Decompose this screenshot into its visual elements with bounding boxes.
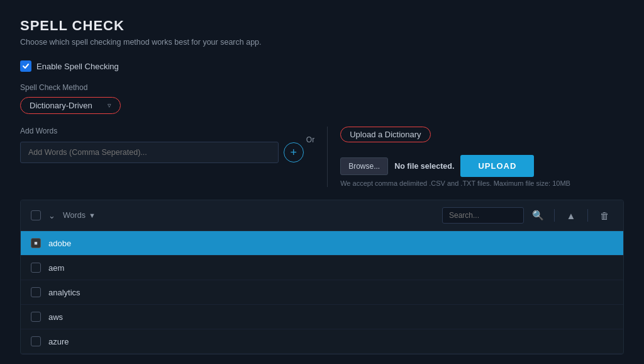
upload-section: Upload a Dictionary Browse... No file se… xyxy=(327,127,624,187)
table-rows: adobeaemanalyticsawsazure xyxy=(21,231,623,354)
words-column-header: Words ▼ xyxy=(63,211,435,220)
page-subtitle: Choose which spell checking method works… xyxy=(20,38,624,47)
method-select-arrow-icon: ▿ xyxy=(108,101,111,110)
method-select-text: Dictionary-Driven xyxy=(30,101,92,110)
row-checkbox[interactable] xyxy=(31,336,41,346)
add-words-section: Add Words + xyxy=(20,127,304,163)
table-search-input[interactable] xyxy=(442,207,524,224)
row-word: analytics xyxy=(48,288,80,297)
row-checkbox[interactable] xyxy=(31,263,41,273)
upload-button[interactable]: UPLOAD xyxy=(460,155,534,177)
method-select[interactable]: Dictionary-Driven ▿ xyxy=(20,97,121,114)
row-word: adobe xyxy=(48,239,71,248)
spell-check-method-section: Spell Check Method Dictionary-Driven ▿ xyxy=(20,83,624,114)
table-row[interactable]: aem xyxy=(21,256,623,280)
file-note: We accept comma delimited .CSV and .TXT … xyxy=(340,179,624,187)
add-upload-section: Add Words + Or Upload a Dictionary Brows… xyxy=(20,127,624,187)
words-column-label: Words xyxy=(63,211,86,220)
method-section-label: Spell Check Method xyxy=(20,83,624,92)
table-search-row: 🔍 ▲ 🗑 xyxy=(442,207,613,224)
table-row[interactable]: adobe xyxy=(21,231,623,256)
enable-spell-check-checkbox[interactable] xyxy=(20,60,31,72)
row-checkbox[interactable] xyxy=(31,238,41,248)
divider2 xyxy=(587,209,588,222)
row-word: aem xyxy=(48,263,64,273)
enable-spell-check-label: Enable Spell Checking xyxy=(36,62,119,71)
row-word: azure xyxy=(48,337,69,346)
filter-icon[interactable]: ▼ xyxy=(89,212,96,219)
no-file-text: No file selected. xyxy=(394,162,454,171)
row-checkbox[interactable] xyxy=(31,287,41,297)
upload-label: Upload a Dictionary xyxy=(340,127,430,142)
delete-icon-button[interactable]: 🗑 xyxy=(596,207,613,224)
browse-button[interactable]: Browse... xyxy=(340,157,388,175)
table-row[interactable]: azure xyxy=(21,329,623,354)
words-table: ⌄ Words ▼ 🔍 ▲ 🗑 adobeaemanalyticsawsazur… xyxy=(20,200,624,355)
page-title: SPELL CHECK xyxy=(20,18,624,34)
or-separator: Or xyxy=(306,130,314,144)
header-dropdown-icon[interactable]: ⌄ xyxy=(48,211,55,220)
upload-icon-button[interactable]: ▲ xyxy=(562,207,580,224)
select-all-checkbox[interactable] xyxy=(31,210,41,220)
add-words-input-row: + xyxy=(20,142,304,163)
add-words-button[interactable]: + xyxy=(284,142,304,162)
add-words-input[interactable] xyxy=(20,142,279,163)
add-words-label: Add Words xyxy=(20,127,304,135)
table-row[interactable]: analytics xyxy=(21,280,623,305)
browse-upload-row: Browse... No file selected. UPLOAD xyxy=(340,155,624,177)
table-header: ⌄ Words ▼ 🔍 ▲ 🗑 xyxy=(21,200,623,231)
divider xyxy=(554,209,555,222)
row-word: aws xyxy=(48,312,63,322)
table-row[interactable]: aws xyxy=(21,305,623,329)
enable-spell-check-row: Enable Spell Checking xyxy=(20,60,624,72)
search-icon-button[interactable]: 🔍 xyxy=(529,207,547,224)
row-checkbox[interactable] xyxy=(31,312,41,322)
